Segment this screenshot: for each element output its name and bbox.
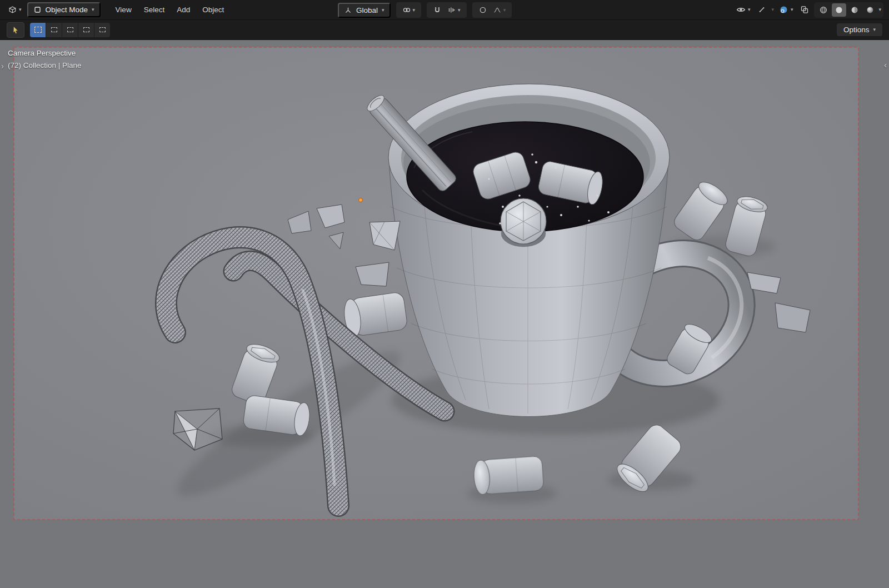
- viewport-canvas[interactable]: [0, 40, 889, 588]
- editor-type-dropdown[interactable]: ▾: [6, 3, 24, 16]
- shading-material-button[interactable]: [847, 3, 862, 17]
- cursor-arrow-icon: [11, 25, 21, 35]
- snap-settings-button[interactable]: ▾: [445, 4, 463, 16]
- select-intersect-icon: [99, 27, 106, 32]
- magnet-icon: [433, 6, 442, 14]
- floating-marshmallow-front[interactable]: [501, 198, 546, 247]
- shading-solid-button[interactable]: [832, 3, 846, 17]
- pivot-point-button[interactable]: ▾: [400, 4, 418, 16]
- select-subtract-icon: [67, 27, 73, 32]
- snap-toggle-button[interactable]: [431, 4, 444, 16]
- chevron-down-icon: ▾: [748, 7, 751, 12]
- chevron-down-icon: ▾: [19, 7, 22, 12]
- gizmo-arrows-icon: [757, 5, 767, 14]
- chevron-down-icon: ▾: [413, 8, 416, 13]
- orientation-axes-icon: [344, 6, 352, 14]
- select-mode-subtract-button[interactable]: [62, 23, 78, 37]
- menu-select[interactable]: Select: [138, 3, 171, 17]
- link-rings-icon: [402, 6, 411, 14]
- chevron-down-icon: ▾: [382, 8, 384, 13]
- rendered-sphere-icon: [866, 6, 875, 14]
- chevron-down-icon: ▾: [791, 7, 793, 12]
- gizmos-chevron-icon[interactable]: ▾: [771, 7, 774, 12]
- chevron-down-icon: ▾: [503, 8, 506, 13]
- snap-pivot-group: ▾: [396, 2, 422, 18]
- overlays-toggle-button[interactable]: ▾: [776, 3, 796, 17]
- mode-label: Object Mode: [46, 6, 88, 14]
- snapping-group: ▾: [427, 2, 467, 18]
- viewport-header: ▾ Object Mode ▾ View Select Add Object G…: [0, 0, 889, 20]
- select-mode-invert-button[interactable]: [78, 23, 94, 37]
- proportional-editing-button[interactable]: [476, 4, 490, 16]
- marshmallow-bottom-center[interactable]: [473, 456, 544, 495]
- chevron-down-icon: ▾: [92, 7, 94, 12]
- options-label: Options: [843, 26, 870, 34]
- options-dropdown[interactable]: Options ▾: [837, 23, 882, 36]
- chevron-down-icon: ▾: [458, 8, 461, 13]
- proportional-edit-group: ▾: [472, 2, 512, 18]
- shading-wireframe-button[interactable]: [816, 3, 831, 17]
- mode-dropdown[interactable]: Object Mode ▾: [27, 2, 101, 17]
- tool-settings-bar: Options ▾: [0, 20, 889, 40]
- falloff-curve-icon: [493, 6, 502, 14]
- menu-add[interactable]: Add: [171, 3, 196, 17]
- viewport-shading-group: ▾: [814, 2, 883, 18]
- menu-view[interactable]: View: [109, 3, 138, 17]
- eye-visibility-icon: [736, 5, 746, 14]
- object-origin-dot[interactable]: [359, 198, 363, 202]
- active-tool-select-box-button[interactable]: [7, 22, 24, 38]
- toolbar-expand-arrow[interactable]: ›: [1, 61, 4, 71]
- viewport-3d[interactable]: Camera Perspective (72) Collection | Pla…: [0, 40, 889, 588]
- select-mode-group: [30, 23, 110, 37]
- xray-icon: [800, 5, 810, 14]
- transform-orientation-dropdown[interactable]: Global ▾: [338, 3, 391, 18]
- material-sphere-icon: [850, 6, 859, 14]
- chevron-down-icon: ▾: [873, 27, 876, 32]
- overlays-sphere-icon: [778, 5, 789, 15]
- wireframe-sphere-icon: [819, 6, 828, 14]
- select-box-icon: [34, 27, 42, 33]
- increment-snap-icon: [447, 6, 456, 14]
- sidebar-collapse-arrow[interactable]: ‹: [884, 60, 887, 69]
- select-mode-extend-button[interactable]: [46, 23, 62, 37]
- solid-sphere-icon: [835, 6, 843, 14]
- menu-bar: View Select Add Object: [109, 3, 231, 17]
- menu-object[interactable]: Object: [196, 3, 230, 17]
- editor-3d-viewport-icon: [8, 5, 17, 14]
- proportional-falloff-button[interactable]: ▾: [491, 4, 508, 16]
- select-extend-icon: [51, 27, 57, 32]
- orientation-label: Global: [356, 6, 378, 14]
- select-mode-set-button[interactable]: [30, 23, 46, 37]
- show-object-types-button[interactable]: ▾: [733, 3, 753, 16]
- select-mode-intersect-button[interactable]: [94, 23, 110, 37]
- proportional-circle-icon: [478, 6, 487, 14]
- object-mode-icon: [33, 6, 42, 14]
- shading-chevron-icon[interactable]: ▾: [878, 7, 881, 12]
- select-invert-icon: [83, 27, 89, 32]
- shading-rendered-button[interactable]: [863, 3, 877, 17]
- gizmos-toggle-button[interactable]: [755, 3, 769, 16]
- xray-toggle-button[interactable]: [797, 3, 812, 16]
